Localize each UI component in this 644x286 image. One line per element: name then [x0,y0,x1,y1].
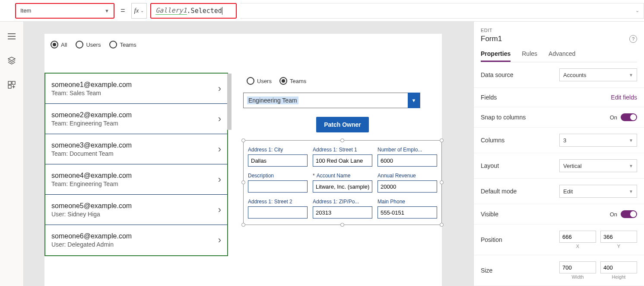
resize-handle[interactable] [241,223,245,227]
chevron-right-icon[interactable]: › [218,113,221,125]
radio-users[interactable]: Users [76,41,101,48]
account-name-input[interactable] [313,180,372,193]
resize-handle[interactable] [241,180,245,184]
formula-input[interactable]: Gallery1.Selected [150,3,237,19]
radio-icon [279,77,287,85]
svg-rect-6 [8,85,11,88]
gallery-control[interactable]: someone1@example.com Team: Sales Team › … [44,73,228,256]
revenue-input[interactable] [378,180,437,193]
position-y-input[interactable] [600,231,637,243]
dropdown-value: Accounts [563,72,586,78]
columns-row: Columns 3 ▼ [474,128,644,153]
item-title: someone1@example.com [51,81,132,89]
property-name: Item [20,7,31,14]
input-sublabel: X [576,244,579,249]
chevron-right-icon[interactable]: › [218,235,221,246]
data-source-row: Data source Accounts ▼ [474,62,644,88]
form-control[interactable]: Address 1: City Address 1: Street 1 Numb… [243,140,442,225]
data-source-dropdown[interactable]: Accounts ▼ [559,68,637,81]
item-title: someone5@example.com [51,202,132,210]
toggle-value: On [610,211,617,218]
resize-handle[interactable] [440,138,444,142]
app-canvas: All Users Teams so [44,34,442,286]
property-dropdown[interactable]: Item ▼ [15,3,114,19]
fx-button[interactable]: fx ⌄ [131,3,147,19]
team-dropdown[interactable]: Engineering Team ▼ [243,93,420,108]
employees-input[interactable] [378,154,437,167]
components-icon[interactable] [7,80,16,89]
layout-dropdown[interactable]: Vertical ▼ [559,159,637,172]
list-item[interactable]: someone2@example.com Team: Engineering T… [45,104,227,134]
radio-users[interactable]: Users [247,77,272,85]
required-asterisk: * [313,173,315,179]
resize-handle[interactable] [440,180,444,184]
description-field: Description [248,173,308,193]
radio-icon [51,41,58,48]
item-title: someone4@example.com [51,172,132,180]
layout-row: Layout Vertical ▼ [474,153,644,179]
edit-fields-link[interactable]: Edit fields [611,94,637,101]
list-item[interactable]: someone5@example.com User: Sidney Higa › [45,195,227,225]
list-item[interactable]: someone1@example.com Team: Sales Team › [45,74,227,104]
patch-owner-button[interactable]: Patch Owner [316,117,369,132]
radio-teams[interactable]: Teams [279,77,306,85]
chevron-right-icon[interactable]: › [218,144,221,155]
chevron-down-icon: ▼ [629,189,633,194]
formula-expand[interactable]: ⌄ [240,3,644,19]
item-subtitle: Team: Engineering Team [51,180,132,187]
radio-teams[interactable]: Teams [109,41,136,48]
radio-all[interactable]: All [51,41,67,48]
default-mode-dropdown[interactable]: Edit ▼ [559,185,637,198]
resize-handle[interactable] [340,138,344,142]
text-cursor [222,7,222,15]
radio-icon [247,77,254,85]
columns-dropdown[interactable]: 3 ▼ [559,134,637,147]
resize-handle[interactable] [440,223,444,227]
snap-row: Snap to columns On [474,107,644,128]
scrollbar-thumb[interactable] [227,74,232,130]
svg-rect-5 [12,81,15,84]
employees-field: Number of Emplo... [378,147,437,167]
hamburger-icon[interactable] [7,32,16,41]
resize-handle[interactable] [340,223,344,227]
chevron-down-icon: ⌄ [140,8,144,13]
visible-toggle[interactable] [621,210,637,218]
zip-input[interactable] [313,206,372,219]
chevron-down-icon: ▼ [629,164,633,168]
tab-advanced[interactable]: Advanced [549,50,575,62]
chevron-right-icon[interactable]: › [218,174,221,185]
height-input[interactable] [600,261,637,273]
snap-toggle[interactable] [621,113,637,121]
description-input[interactable] [248,180,308,193]
position-x-input[interactable] [559,231,596,243]
chevron-right-icon[interactable]: › [218,204,221,215]
radio-icon [109,41,117,48]
canvas-area[interactable]: All Users Teams so [24,22,473,286]
layers-icon[interactable] [7,56,16,65]
list-item[interactable]: someone3@example.com Team: Document Team… [45,134,227,164]
list-item[interactable]: someone6@example.com User: Delegated Adm… [45,225,227,255]
item-subtitle: User: Sidney Higa [51,211,132,218]
item-subtitle: User: Delegated Admin [51,241,132,248]
panel-body: Data source Accounts ▼ Fields Edit field… [474,62,644,286]
street2-input[interactable] [248,206,308,219]
phone-input[interactable] [378,206,437,219]
chevron-right-icon[interactable]: › [218,83,221,94]
fields-row: Fields Edit fields [474,88,644,107]
help-icon[interactable]: ? [629,35,637,43]
position-row: Position X Y [474,225,644,255]
field-label: Address 1: Street 2 [248,199,308,205]
list-item[interactable]: someone4@example.com Team: Engineering T… [45,164,227,195]
svg-rect-4 [8,81,11,84]
tab-properties[interactable]: Properties [481,50,511,62]
resize-handle[interactable] [241,138,245,142]
radio-label: Users [257,78,272,84]
city-input[interactable] [248,154,308,167]
field-label: Address 1: ZIP/Po... [313,199,372,205]
street1-input[interactable] [313,154,372,167]
zip-field: Address 1: ZIP/Po... [313,199,372,219]
tab-rules[interactable]: Rules [522,50,537,62]
width-input[interactable] [559,261,596,273]
street2-field: Address 1: Street 2 [248,199,308,219]
field-label: Address 1: Street 1 [313,147,372,153]
